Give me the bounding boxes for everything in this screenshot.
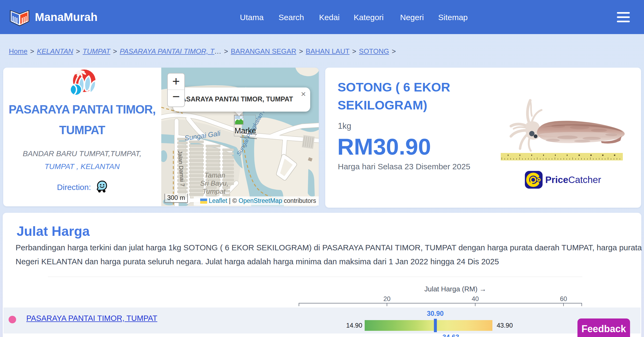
svg-text:Taman: Taman bbox=[204, 171, 225, 179]
svg-text:Sri Bayu,: Sri Bayu, bbox=[200, 179, 229, 187]
svg-text:Tumpat: Tumpat bbox=[202, 187, 226, 195]
